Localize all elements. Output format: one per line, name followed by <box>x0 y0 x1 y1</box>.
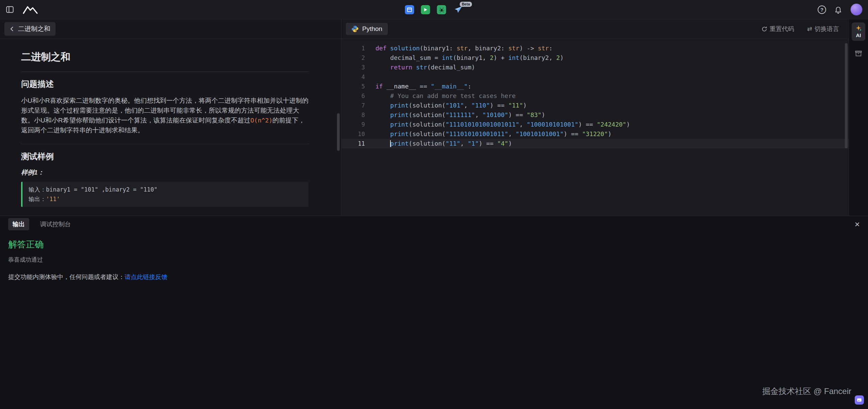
line-number: 11 <box>341 139 365 148</box>
refresh-icon <box>761 26 767 32</box>
workspace: 二进制之和 二进制之和 问题描述 小U和小R喜欢探索二进制数字的奥秘。他们想找到… <box>0 19 868 216</box>
right-rail: AI <box>849 19 868 216</box>
code-line[interactable]: 9 print(solution("111010101001001011", "… <box>341 120 849 129</box>
switch-language-button[interactable]: ⇄ 切换语言 <box>807 25 839 33</box>
line-number: 9 <box>341 120 365 129</box>
user-avatar[interactable] <box>850 3 863 16</box>
problem-panel-header: 二进制之和 <box>0 19 341 39</box>
mountain-logo-icon <box>22 5 38 14</box>
code-line[interactable]: 2 decimal_sum = int(binary1, 2) + int(bi… <box>341 53 849 63</box>
back-icon <box>10 26 15 32</box>
debug-button[interactable] <box>437 5 446 14</box>
code-line-text <box>365 72 375 82</box>
input-label: 输入： <box>29 186 46 193</box>
code-line-text: decimal_sum = int(binary1, 2) + int(bina… <box>365 53 564 63</box>
run-button[interactable] <box>421 5 430 14</box>
code-line[interactable]: 4 <box>341 72 849 82</box>
feedback-link[interactable]: 请点此链接反馈 <box>125 274 167 280</box>
close-console-button[interactable]: × <box>855 221 860 228</box>
examples-heading: 测试样例 <box>21 151 309 162</box>
example-input-line: 输入：binary1 = "101" ,binary2 = "110" <box>29 185 303 194</box>
line-number: 6 <box>341 91 365 101</box>
watermark: 掘金技术社区 @ Fanceir <box>762 386 851 397</box>
editor-toolbar: Beta <box>405 0 463 19</box>
feedback-text: 提交功能内测体验中，任何问题或者建议： <box>8 274 125 280</box>
line-number: 4 <box>341 72 365 82</box>
layout-button[interactable] <box>405 5 414 14</box>
result-subtitle: 恭喜成功通过 <box>8 256 860 264</box>
play-icon <box>423 7 428 12</box>
line-number: 8 <box>341 110 365 120</box>
line-number: 1 <box>341 44 365 53</box>
floating-widget-button[interactable] <box>855 395 864 405</box>
output-value: '11' <box>46 196 60 202</box>
problem-content: 二进制之和 问题描述 小U和小R喜欢探索二进制数字的奥秘。他们想找到一个方法，将… <box>0 39 341 216</box>
console-tabbar: 输出 调试控制台 × <box>0 216 868 232</box>
console-content: 解答正确 恭喜成功通过 提交功能内测体验中，任何问题或者建议：请点此链接反馈 <box>0 232 868 281</box>
text-cursor <box>390 140 391 147</box>
sidebar-toggle-button[interactable] <box>5 5 14 14</box>
code-line[interactable]: 11 print(solution("11", "1") == "4") <box>341 139 849 148</box>
ai-assistant-button[interactable]: AI <box>852 22 865 41</box>
code-line-text: print(solution("111111", "10100") == "83… <box>365 110 545 120</box>
problem-scrollbar-thumb[interactable] <box>337 113 340 151</box>
editor-panel: Python 重置代码 ⇄ 切换语言 <box>341 19 849 216</box>
help-button[interactable]: ? <box>818 5 826 14</box>
ai-label: AI <box>856 32 861 38</box>
tab-python-label: Python <box>362 25 382 33</box>
example-block: 输入：binary1 = "101" ,binary2 = "110" 输出：'… <box>21 182 309 207</box>
divider <box>21 144 309 144</box>
submit-button[interactable]: Beta <box>453 5 463 15</box>
reset-code-button[interactable]: 重置代码 <box>761 25 794 33</box>
widget-button[interactable] <box>855 50 862 58</box>
feedback-line: 提交功能内测体验中，任何问题或者建议：请点此链接反馈 <box>8 273 860 281</box>
divider <box>21 71 309 72</box>
code-line-text: if __name__ == "__main__": <box>365 82 471 91</box>
line-number: 5 <box>341 82 365 91</box>
tab-output[interactable]: 输出 <box>8 218 29 230</box>
output-label: 输出： <box>29 196 46 202</box>
python-icon <box>351 25 359 33</box>
problem-panel: 二进制之和 二进制之和 问题描述 小U和小R喜欢探索二进制数字的奥秘。他们想找到… <box>0 19 341 216</box>
notifications-button[interactable] <box>834 6 842 14</box>
app-root: Beta ? 二进制之和 <box>0 0 868 409</box>
beta-badge: Beta <box>460 2 472 7</box>
code-line-text: print(solution("11", "1") == "4") <box>365 139 512 148</box>
code-line[interactable]: 8 print(solution("111111", "10100") == "… <box>341 110 849 120</box>
code-line-text: print(solution("101", "110") == "11") <box>365 101 527 110</box>
code-line[interactable]: 5if __name__ == "__main__": <box>341 82 849 91</box>
mini-window-icon <box>857 397 862 403</box>
sparkle-icon <box>855 25 862 32</box>
code-line-text: print(solution("111010101001011", "10010… <box>365 129 612 139</box>
sidebar-toggle-icon <box>5 5 14 14</box>
code-line[interactable]: 1def solution(binary1: str, binary2: str… <box>341 44 849 53</box>
brand-logo-icon[interactable] <box>22 5 38 14</box>
code-line[interactable]: 7 print(solution("101", "110") == "11") <box>341 101 849 110</box>
bell-icon <box>834 6 842 14</box>
input-code: binary1 = "101" ,binary2 = "110" <box>46 186 158 193</box>
tab-debug-console[interactable]: 调试控制台 <box>40 220 71 228</box>
code-line-text: def solution(binary1: str, binary2: str)… <box>365 44 552 53</box>
editor-scrollbar-thumb[interactable] <box>845 43 848 148</box>
problem-description: 小U和小R喜欢探索二进制数字的奥秘。他们想找到一个方法，将两个二进制字符串相加并… <box>21 96 309 135</box>
problem-title: 二进制之和 <box>21 50 309 64</box>
line-number: 2 <box>341 53 365 63</box>
example-label: 样例1： <box>21 168 309 177</box>
tab-python[interactable]: Python <box>346 23 388 35</box>
problem-title-chip[interactable]: 二进制之和 <box>4 22 55 36</box>
code-line[interactable]: 3 return str(decimal_sum) <box>341 63 849 72</box>
code-lines: 1def solution(binary1: str, binary2: str… <box>341 44 849 148</box>
code-line[interactable]: 10 print(solution("111010101001011", "10… <box>341 129 849 139</box>
line-number: 10 <box>341 129 365 139</box>
complexity-highlight: O(n^2) <box>250 117 272 124</box>
example-output-line: 输出：'11' <box>29 194 303 204</box>
line-number: 7 <box>341 101 365 110</box>
switch-icon: ⇄ <box>807 25 812 33</box>
switch-language-label: 切换语言 <box>815 25 839 33</box>
line-number: 3 <box>341 63 365 72</box>
editor-tabbar: Python 重置代码 ⇄ 切换语言 <box>341 19 849 39</box>
topbar: Beta ? <box>0 0 868 19</box>
code-line-text: return str(decimal_sum) <box>365 63 475 72</box>
code-editor[interactable]: 1def solution(binary1: str, binary2: str… <box>341 39 849 216</box>
code-line[interactable]: 6 # You can add more test cases here <box>341 91 849 101</box>
